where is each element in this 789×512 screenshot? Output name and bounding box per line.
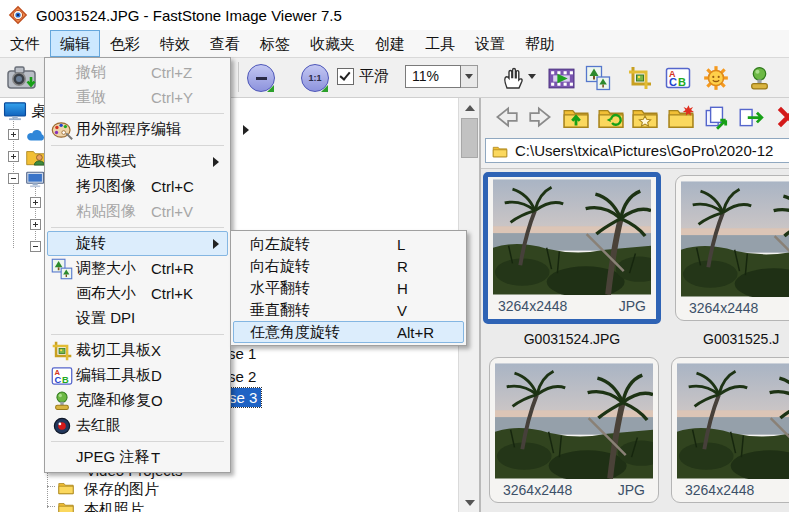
move-to-button[interactable] — [736, 102, 766, 132]
tree-expander[interactable] — [30, 197, 41, 208]
tree-expander[interactable] — [8, 129, 19, 140]
edit-board-button[interactable] — [661, 61, 695, 95]
thumb-filename: G0031524.JPG — [482, 331, 662, 347]
scrollbar-thumb[interactable] — [461, 118, 478, 158]
tree-expander[interactable] — [30, 219, 41, 230]
menu-file[interactable]: 文件 — [0, 30, 50, 57]
menu-item-rotate[interactable]: 旋转 — [47, 231, 228, 256]
camera-download-button[interactable] — [5, 61, 39, 95]
menu-item-edit-board[interactable]: 编辑工具板D — [47, 363, 228, 388]
folder-icon — [56, 499, 76, 512]
copy-to-icon — [702, 103, 730, 131]
menu-tools[interactable]: 工具 — [415, 30, 465, 57]
thumb-filename: G0031525.J — [675, 331, 789, 347]
submenu-item-rotate-arbitrary[interactable]: 任意角度旋转Alt+R — [233, 321, 464, 343]
menu-item-crop-board[interactable]: 裁切工具板X — [47, 338, 228, 363]
thumbnail-selected[interactable]: 3264x2448 JPG — [483, 172, 661, 324]
tree-item-camera-roll[interactable]: 本机照片 — [84, 500, 144, 512]
smooth-option: 平滑 — [337, 67, 389, 86]
menu-item-clone-heal[interactable]: 克隆和修复O — [47, 388, 228, 413]
menu-item-red-eye[interactable]: 去红眼 — [47, 413, 228, 438]
photo-thumbnail — [493, 179, 651, 295]
tree-connector — [47, 486, 55, 488]
submenu-item-flip-vertical[interactable]: 垂直翻转V — [233, 299, 464, 321]
submenu-arrow-icon — [213, 157, 219, 167]
delete-x-icon — [774, 103, 789, 131]
scroll-down-button[interactable] — [461, 494, 478, 511]
menu-item-copy-image[interactable]: 拷贝图像Ctrl+C — [47, 174, 228, 199]
edit-board-icon — [665, 65, 691, 91]
zoom-out-icon — [247, 64, 275, 92]
menu-item-jpeg-comment[interactable]: JPEG 注释T — [47, 445, 228, 470]
folder-up-button[interactable] — [561, 102, 591, 132]
tree-item-folder[interactable]: se 2 — [228, 368, 256, 385]
menu-item-edit-external[interactable]: 用外部程序编辑 — [47, 117, 228, 142]
slideshow-button[interactable] — [544, 61, 578, 95]
folder-icon — [56, 479, 76, 496]
menu-bar: 文件 编辑 色彩 特效 查看 标签 收藏夹 创建 工具 设置 帮助 — [0, 30, 789, 58]
back-button[interactable] — [491, 102, 521, 132]
tree-item-saved-pictures[interactable]: 保存的图片 — [84, 480, 159, 499]
zoom-out-button[interactable] — [244, 61, 278, 95]
clone-stamp-button[interactable] — [742, 61, 776, 95]
folder-refresh-icon — [597, 103, 625, 131]
menu-item-selection-mode[interactable]: 选取模式 — [47, 149, 228, 174]
copy-to-button[interactable] — [701, 102, 731, 132]
tree-expander[interactable] — [30, 241, 41, 252]
thumbnail[interactable]: 3264x2448 JPG — [675, 175, 789, 321]
new-folder-button[interactable] — [666, 102, 696, 132]
resize-button[interactable] — [581, 61, 615, 95]
menu-separator — [51, 227, 224, 228]
menu-item-resize[interactable]: 调整大小Ctrl+R — [47, 256, 228, 281]
thumbnail[interactable]: 3264x2448 JPG — [489, 357, 659, 503]
one-to-one-icon: 1:1 — [301, 64, 329, 92]
pan-hand-button[interactable] — [495, 61, 529, 95]
palette-icon — [51, 119, 73, 141]
submenu-item-rotate-left[interactable]: 向左旋转L — [233, 233, 464, 255]
adjust-lighting-button[interactable] — [699, 61, 733, 95]
menu-edit[interactable]: 编辑 — [50, 30, 100, 57]
thumb-format: JPG — [619, 298, 646, 314]
submenu-item-rotate-right[interactable]: 向右旋转R — [233, 255, 464, 277]
menu-item-canvas-size[interactable]: 画布大小Ctrl+K — [47, 281, 228, 306]
submenu-item-flip-horizontal[interactable]: 水平翻转H — [233, 277, 464, 299]
menu-item-set-dpi[interactable]: 设置 DPI — [47, 306, 228, 331]
tree-item-folder[interactable]: se 1 — [228, 345, 256, 362]
menu-separator — [51, 441, 224, 442]
photo-thumbnail — [677, 363, 789, 479]
menu-favorites[interactable]: 收藏夹 — [300, 30, 365, 57]
scroll-up-button[interactable] — [461, 99, 478, 116]
tree-expander[interactable] — [8, 151, 19, 162]
menu-item-undo: 撤销Ctrl+Z — [47, 60, 228, 85]
current-path: C:\Users\txica\Pictures\GoPro\2020-12 — [515, 142, 773, 159]
favorites-button[interactable] — [630, 102, 660, 132]
zoom-dropdown-button[interactable] — [461, 65, 478, 88]
app-logo-icon — [8, 5, 28, 25]
forward-button[interactable] — [526, 102, 556, 132]
menu-settings[interactable]: 设置 — [465, 30, 515, 57]
zoom-value-input[interactable]: 11% — [405, 65, 461, 88]
crop-board-icon — [627, 65, 653, 91]
menu-view[interactable]: 查看 — [200, 30, 250, 57]
crop-board-button[interactable] — [623, 61, 657, 95]
zoom-one-to-one-button[interactable]: 1:1 — [298, 61, 332, 95]
tree-connector — [35, 186, 37, 246]
folder-icon — [491, 143, 509, 159]
menu-create[interactable]: 创建 — [365, 30, 415, 57]
tree-expander[interactable] — [8, 173, 19, 184]
refresh-button[interactable] — [596, 102, 626, 132]
thumb-dimensions: 3264x2448 — [685, 482, 754, 498]
hand-dropdown-arrow-icon[interactable] — [528, 74, 536, 79]
menu-effects[interactable]: 特效 — [150, 30, 200, 57]
menu-help[interactable]: 帮助 — [515, 30, 565, 57]
sun-icon — [702, 64, 730, 92]
menu-tag[interactable]: 标签 — [250, 30, 300, 57]
smooth-checkbox[interactable] — [337, 68, 354, 85]
menu-colors[interactable]: 色彩 — [100, 30, 150, 57]
clone-stamp-icon — [746, 65, 773, 92]
delete-button[interactable] — [773, 102, 789, 132]
move-to-icon — [737, 103, 765, 131]
thumbnail[interactable]: 3264x2448 JPG — [671, 357, 789, 503]
thumb-dimensions: 3264x2448 — [503, 482, 572, 498]
path-bar[interactable]: C:\Users\txica\Pictures\GoPro\2020-12 — [485, 138, 789, 163]
